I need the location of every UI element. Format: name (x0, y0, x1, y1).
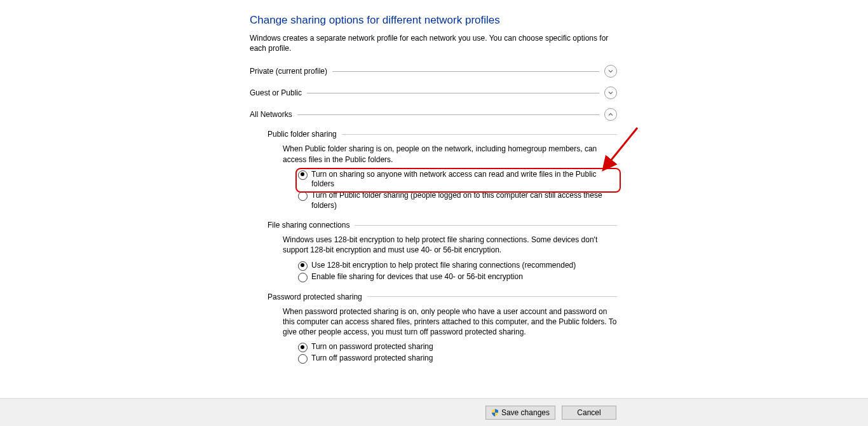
chevron-down-icon[interactable] (604, 86, 617, 99)
radio-icon (298, 191, 308, 201)
intro-text: Windows creates a separate network profi… (250, 33, 617, 53)
radio-password-on[interactable]: Turn on password protected sharing (298, 342, 617, 352)
uac-shield-icon (491, 409, 499, 416)
divider (307, 93, 599, 93)
file-sharing-heading: File sharing connections (268, 221, 349, 230)
section-guest-label: Guest or Public (250, 88, 302, 97)
section-all-networks[interactable]: All Networks (250, 108, 617, 121)
divider (367, 296, 617, 297)
radio-encryption-128[interactable]: Use 128-bit encryption to help protect f… (298, 261, 617, 271)
radio-label: Use 128-bit encryption to help protect f… (311, 261, 576, 271)
password-desc: When password protected sharing is on, o… (250, 306, 617, 338)
password-heading: Password protected sharing (268, 292, 362, 301)
radio-public-folder-off[interactable]: Turn off Public folder sharing (people l… (298, 191, 617, 210)
radio-label: Turn on password protected sharing (311, 342, 433, 352)
chevron-up-icon[interactable] (604, 108, 617, 121)
chevron-down-icon[interactable] (604, 65, 617, 78)
radio-label: Turn off password protected sharing (311, 354, 433, 364)
page-title: Change sharing options for different net… (250, 14, 617, 27)
radio-label: Turn off Public folder sharing (people l… (311, 191, 617, 210)
cancel-button[interactable]: Cancel (562, 406, 616, 420)
file-sharing-desc: Windows uses 128-bit encryption to help … (250, 235, 617, 255)
divider (342, 134, 617, 135)
section-private-label: Private (current profile) (250, 67, 327, 76)
settings-content: Change sharing options for different net… (250, 14, 617, 374)
subsection-public-folder: Public folder sharing When Public folder… (250, 130, 617, 210)
radio-icon (298, 343, 308, 352)
divider (355, 225, 617, 226)
save-changes-button[interactable]: Save changes (485, 406, 555, 420)
radio-password-off[interactable]: Turn off password protected sharing (298, 354, 617, 364)
radio-icon (298, 170, 308, 180)
section-guest[interactable]: Guest or Public (250, 86, 617, 99)
section-all-networks-label: All Networks (250, 110, 292, 119)
subsection-file-sharing: File sharing connections Windows uses 12… (250, 221, 617, 282)
radio-public-folder-on[interactable]: Turn on sharing so anyone with network a… (298, 170, 617, 189)
radio-icon (298, 354, 308, 364)
divider (332, 71, 599, 72)
radio-label: Turn on sharing so anyone with network a… (311, 170, 617, 189)
footer-bar: Save changes Cancel (0, 398, 868, 426)
radio-label: Enable file sharing for devices that use… (311, 272, 523, 282)
subsection-password-protected: Password protected sharing When password… (250, 292, 617, 364)
section-private[interactable]: Private (current profile) (250, 65, 617, 78)
radio-encryption-40[interactable]: Enable file sharing for devices that use… (298, 272, 617, 282)
public-folder-heading: Public folder sharing (268, 130, 337, 139)
public-folder-desc: When Public folder sharing is on, people… (250, 144, 617, 164)
save-label: Save changes (501, 408, 550, 417)
radio-icon (298, 273, 308, 282)
divider (297, 114, 599, 115)
cancel-label: Cancel (577, 408, 600, 417)
radio-icon (298, 261, 308, 271)
